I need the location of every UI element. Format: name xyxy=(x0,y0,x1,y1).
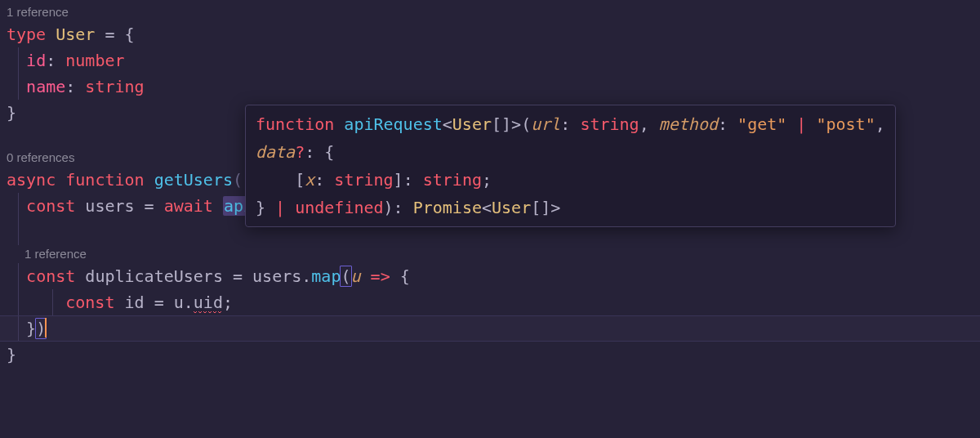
codelens-reference-count[interactable]: 1 reference xyxy=(0,3,980,21)
code-line[interactable]: const id = u.uid; xyxy=(0,289,980,315)
function-name: getUsers xyxy=(154,170,233,190)
keyword-type: type xyxy=(7,25,46,44)
code-line[interactable]: type User = { xyxy=(0,21,980,47)
keyword-async: async xyxy=(7,170,56,190)
type-hover-tooltip[interactable]: function apiRequest<User[]>(url: string,… xyxy=(245,105,896,227)
type-annotation: string xyxy=(85,77,144,96)
active-line[interactable]: }) xyxy=(0,315,980,342)
variable: duplicateUsers xyxy=(85,266,223,286)
codelens-reference-count[interactable]: 1 reference xyxy=(0,245,980,263)
type-name: User xyxy=(56,25,95,44)
variable: id xyxy=(125,293,145,312)
type-annotation: number xyxy=(65,51,124,70)
param: u xyxy=(351,266,361,286)
keyword-const: const xyxy=(65,293,114,312)
code-line[interactable]: const duplicateUsers = users.map(u => { xyxy=(0,263,980,289)
keyword-const: const xyxy=(26,196,75,216)
keyword-await: await xyxy=(164,196,213,216)
method-call: map xyxy=(311,266,341,286)
field-name: name xyxy=(26,77,65,96)
keyword-function: function xyxy=(65,170,144,190)
variable: users xyxy=(85,196,134,216)
code-line[interactable]: name: string xyxy=(0,74,980,100)
tooltip-line: } | undefined): Promise<User[]> xyxy=(256,194,885,221)
tooltip-line: [x: string]: string; xyxy=(256,166,885,194)
field-name: id xyxy=(26,51,46,70)
code-line[interactable]: id: number xyxy=(0,47,980,74)
tooltip-line: data?: { xyxy=(256,138,885,166)
error-squiggle[interactable]: uid xyxy=(194,293,223,312)
bracket-match: ( xyxy=(340,266,351,287)
tooltip-line: function apiRequest<User[]>(url: string,… xyxy=(256,110,885,138)
code-line[interactable]: } xyxy=(0,342,980,368)
text-cursor xyxy=(45,318,47,337)
keyword-const: const xyxy=(26,266,75,286)
